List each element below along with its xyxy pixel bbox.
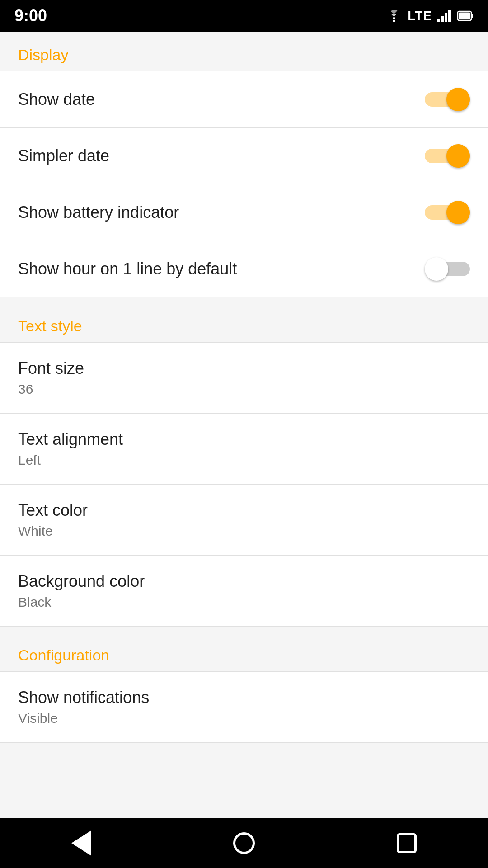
status-time: 9:00: [14, 6, 47, 25]
show-date-row[interactable]: Show date: [0, 71, 488, 128]
background-color-row[interactable]: Background color Black: [0, 556, 488, 627]
show-battery-indicator-toggle[interactable]: [425, 201, 470, 224]
home-button[interactable]: [226, 825, 262, 861]
svg-rect-1: [437, 19, 440, 22]
status-bar: 9:00 LTE: [0, 0, 488, 32]
divider-1: [0, 297, 488, 303]
back-icon: [71, 830, 91, 856]
show-hour-on-1-line-toggle-thumb: [425, 257, 448, 281]
show-battery-indicator-row[interactable]: Show battery indicator: [0, 184, 488, 241]
svg-rect-6: [471, 14, 473, 18]
text-color-row[interactable]: Text color White: [0, 485, 488, 556]
text-style-settings-group: Font size 36 Text alignment Left Text co…: [0, 342, 488, 627]
background-color-label: Background color: [18, 572, 145, 591]
text-alignment-label: Text alignment: [18, 430, 123, 449]
status-icons: LTE: [386, 9, 474, 23]
display-settings-group: Show date Simpler date Show battery indi…: [0, 71, 488, 297]
section-header-configuration: Configuration: [0, 632, 488, 671]
text-color-value: White: [18, 524, 88, 539]
configuration-settings-group: Show notifications Visible: [0, 671, 488, 743]
section-header-display: Display: [0, 32, 488, 71]
show-hour-on-1-line-toggle[interactable]: [425, 257, 470, 281]
font-size-value: 36: [18, 382, 84, 397]
battery-icon: [457, 9, 474, 22]
svg-rect-4: [448, 10, 451, 22]
main-content: Display Show date Simpler date: [0, 32, 488, 818]
home-icon: [233, 832, 255, 854]
show-hour-on-1-line-row[interactable]: Show hour on 1 line by default: [0, 241, 488, 297]
svg-rect-7: [459, 13, 470, 19]
svg-point-0: [393, 20, 395, 22]
show-notifications-label: Show notifications: [18, 688, 149, 707]
text-alignment-row[interactable]: Text alignment Left: [0, 414, 488, 485]
text-color-label: Text color: [18, 501, 88, 520]
font-size-row[interactable]: Font size 36: [0, 342, 488, 414]
svg-rect-3: [445, 13, 447, 22]
recents-button[interactable]: [389, 825, 425, 861]
recents-icon: [397, 833, 417, 853]
back-button[interactable]: [63, 825, 99, 861]
simpler-date-row[interactable]: Simpler date: [0, 128, 488, 184]
nav-bar: [0, 818, 488, 868]
lte-icon: LTE: [408, 9, 432, 23]
show-date-toggle[interactable]: [425, 88, 470, 111]
show-notifications-row[interactable]: Show notifications Visible: [0, 671, 488, 743]
simpler-date-toggle-thumb: [446, 144, 470, 168]
signal-icon: [437, 9, 452, 22]
simpler-date-toggle[interactable]: [425, 144, 470, 168]
show-hour-on-1-line-label: Show hour on 1 line by default: [18, 259, 237, 278]
show-date-toggle-thumb: [446, 88, 470, 111]
section-header-text-style: Text style: [0, 303, 488, 342]
simpler-date-label: Simpler date: [18, 146, 109, 165]
show-date-label: Show date: [18, 90, 95, 109]
show-notifications-value: Visible: [18, 711, 149, 726]
background-color-value: Black: [18, 594, 145, 610]
font-size-label: Font size: [18, 359, 84, 378]
text-alignment-value: Left: [18, 453, 123, 468]
show-battery-indicator-toggle-thumb: [446, 201, 470, 224]
show-battery-indicator-label: Show battery indicator: [18, 203, 179, 222]
wifi-icon: [386, 9, 402, 22]
svg-rect-2: [441, 16, 444, 22]
divider-2: [0, 627, 488, 632]
